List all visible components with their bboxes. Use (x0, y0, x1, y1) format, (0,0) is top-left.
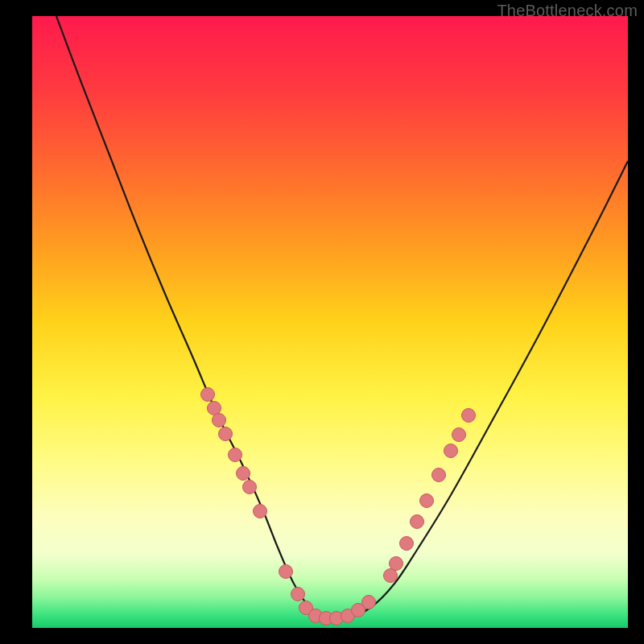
data-markers-group (201, 388, 476, 625)
data-marker (444, 444, 458, 458)
data-marker (400, 537, 414, 551)
data-marker (291, 588, 305, 601)
data-marker (411, 515, 424, 529)
data-marker (229, 448, 242, 462)
data-marker (420, 494, 434, 508)
data-marker (452, 428, 466, 442)
data-marker (362, 596, 376, 609)
watermark-text: TheBottleneck.com (497, 2, 638, 20)
data-marker (201, 388, 215, 402)
data-marker (432, 469, 446, 482)
bottleneck-curve-svg (32, 16, 628, 628)
plot-area (32, 16, 628, 628)
data-marker (213, 414, 226, 427)
data-marker (208, 402, 221, 415)
bottleneck-curve-path (56, 16, 628, 620)
chart-frame: TheBottleneck.com (0, 0, 644, 644)
data-marker (384, 569, 398, 583)
data-marker (243, 481, 257, 494)
data-marker (219, 427, 233, 441)
data-marker (279, 565, 293, 579)
data-marker (390, 557, 403, 571)
data-marker (237, 467, 250, 481)
data-marker (254, 505, 267, 518)
data-marker (462, 409, 476, 423)
